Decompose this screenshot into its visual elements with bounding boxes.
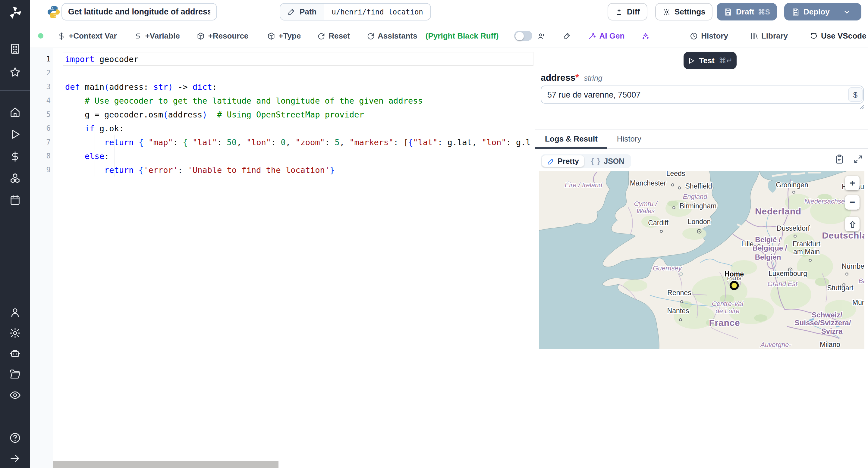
assistant-toggle[interactable]: [515, 31, 532, 41]
diff-button[interactable]: Diff: [608, 3, 647, 21]
map-label: Groningen: [776, 181, 808, 189]
horizontal-scrollbar[interactable]: [53, 461, 278, 468]
sidebar-item-dollar[interactable]: [8, 149, 22, 164]
line-number: 6: [30, 121, 51, 135]
line-number: 1: [30, 52, 51, 66]
indent-guide: [115, 135, 115, 176]
code-line: else:: [65, 149, 535, 163]
add-resource-button[interactable]: +Resource: [197, 31, 249, 40]
code-line: return {'error': 'Unable to find the loc…: [65, 163, 535, 177]
deploy-button[interactable]: Deploy: [784, 3, 861, 21]
map-label: Ba: [859, 277, 864, 285]
dollar-icon: [134, 32, 142, 40]
sidebar-item-arrow-right[interactable]: [8, 451, 22, 466]
map-label: Rennes: [667, 289, 691, 297]
map-label: Home: [724, 270, 744, 278]
python-language-icon: [46, 5, 61, 19]
arg-name: address: [541, 72, 575, 82]
windmill-logo-icon[interactable]: [8, 5, 22, 20]
use-vscode-button[interactable]: Use VScode: [809, 31, 866, 40]
home-marker[interactable]: [731, 282, 738, 289]
settings-button[interactable]: Settings: [655, 3, 713, 21]
map-label: France: [709, 318, 740, 328]
add-variable-button[interactable]: +Variable: [134, 31, 180, 40]
script-path-button[interactable]: Path u/henri/find_location: [280, 3, 431, 21]
gear-icon: [662, 7, 671, 16]
add-type-button[interactable]: +Type: [267, 31, 301, 40]
tab-logs-result[interactable]: Logs & Result: [535, 130, 607, 148]
json-view-button[interactable]: { } JSON: [586, 156, 630, 167]
map-label: Luxembourg: [769, 270, 807, 277]
line-number: 4: [30, 94, 51, 107]
map-zoom-in-button[interactable]: +: [845, 176, 860, 190]
ai-gen-button[interactable]: AI Gen: [588, 31, 625, 40]
play-icon: [687, 57, 695, 64]
indent-guide: [95, 93, 95, 176]
sidebar-item-cubes[interactable]: [8, 171, 22, 186]
package-icon: [267, 32, 276, 40]
ai-sparkles-button[interactable]: [641, 32, 650, 40]
address-input[interactable]: [541, 86, 864, 104]
format-brush-icon[interactable]: [563, 32, 571, 40]
deploy-dropdown-button[interactable]: [837, 3, 857, 21]
library-button[interactable]: Library: [750, 31, 788, 40]
sidebar-item-star[interactable]: [8, 65, 22, 79]
resize-handle[interactable]: [860, 105, 864, 110]
map-label: Nürnber: [841, 262, 864, 270]
script-title-input[interactable]: [61, 3, 217, 21]
pencil-icon: [287, 8, 296, 16]
code-line: if g.ok:: [65, 121, 535, 135]
save-draft-button[interactable]: Draft ⌘S: [717, 3, 777, 21]
map-label: Guernsey: [653, 264, 682, 272]
sidebar-item-gear[interactable]: [8, 326, 22, 340]
braces-icon: { }: [591, 157, 601, 165]
copy-result-icon[interactable]: [834, 154, 844, 164]
map-label: Svizra: [821, 327, 843, 335]
pretty-view-button[interactable]: Pretty: [542, 156, 584, 167]
test-button[interactable]: Test ⌘↵: [684, 52, 737, 69]
map-label: London: [688, 218, 711, 226]
history-button[interactable]: History: [689, 31, 728, 40]
map-label: Münc: [852, 298, 864, 306]
add-context-var-button[interactable]: +Context Var: [57, 31, 117, 40]
sidebar-item-calendar[interactable]: [8, 193, 22, 207]
code-line: def main(address: str) -> dict:: [65, 80, 535, 94]
map-recenter-button[interactable]: [845, 217, 860, 231]
sidebar-item-robot[interactable]: [8, 346, 22, 361]
diff-icon: [615, 7, 623, 16]
expand-result-icon[interactable]: [853, 154, 863, 164]
code-line: return { "map": { "lat": 50, "lon": 0, "…: [65, 135, 535, 149]
path-label: Path: [300, 7, 316, 16]
code-editor[interactable]: 1import geocoder23def main(address: str)…: [30, 48, 535, 468]
wand-icon: [588, 32, 596, 40]
map-label: Centre-Val: [712, 300, 744, 307]
chevron-down-icon: [843, 7, 851, 16]
map-label: Schweiz/: [812, 311, 842, 319]
sidebar-item-play[interactable]: [8, 127, 22, 141]
result-map[interactable]: LeedsÉire / IrelandManchesterSheffieldGr…: [539, 171, 864, 349]
sidebar-item-eye[interactable]: [8, 388, 22, 402]
sidebar-item-home[interactable]: [8, 105, 22, 119]
sidebar-item-folder[interactable]: [8, 367, 22, 381]
sidebar-item-help[interactable]: [8, 431, 22, 445]
map-label: Grand Est: [767, 280, 798, 288]
multiplayer-icon[interactable]: [537, 32, 546, 40]
insert-var-button[interactable]: $: [848, 87, 863, 102]
sidebar-item-building[interactable]: [8, 41, 22, 56]
tab-history[interactable]: History: [607, 130, 651, 148]
map-canvas: LeedsÉire / IrelandManchesterSheffieldGr…: [539, 171, 864, 349]
result-view-switch: Pretty { } JSON: [541, 154, 631, 168]
line-number: 9: [30, 163, 51, 177]
map-label: Éire / Ireland: [565, 181, 602, 189]
map-label: de Loire: [715, 307, 740, 315]
map-label: België /: [755, 235, 781, 244]
assistants-button[interactable]: Assistants (Pyright Black Ruff): [366, 31, 498, 40]
dollar-icon: [57, 32, 66, 40]
vscode-icon: [809, 32, 818, 40]
sidebar-item-user[interactable]: [8, 305, 22, 320]
line-number: 3: [30, 80, 51, 94]
map-label: Niedersachsen: [804, 198, 849, 205]
reset-button[interactable]: Reset: [317, 31, 350, 40]
map-label: Sheffield: [685, 182, 712, 190]
map-zoom-out-button[interactable]: −: [845, 195, 860, 210]
